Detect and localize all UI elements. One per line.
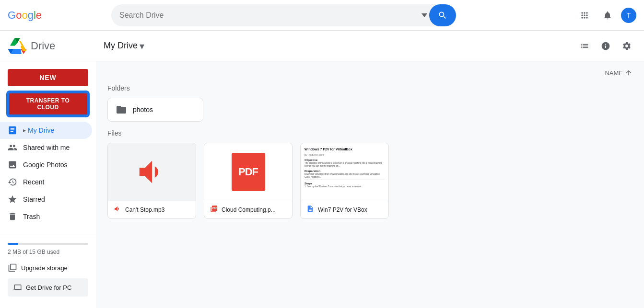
file-info: Can't Stop.mp3 (108, 201, 196, 218)
drive-title: Drive (31, 40, 55, 52)
files-section-title: Files (107, 129, 632, 137)
file-card-doc[interactable]: Windows 7 P2V for VirtualBox By Plagued'… (300, 143, 389, 219)
folder-name: photos (133, 106, 153, 114)
upgrade-storage-button[interactable]: Upgrade storage (8, 261, 88, 274)
file-info-pdf: Cloud Computing.p... (204, 201, 292, 218)
file-card-audio[interactable]: Can't Stop.mp3 (107, 143, 196, 219)
sidebar-label-photos: Google Photos (23, 161, 68, 169)
file-preview-pdf: PDF (204, 143, 292, 201)
files-section: Files Can't Stop.mp3 (107, 129, 632, 219)
sort-label[interactable]: NAME (605, 69, 632, 77)
sidebar: NEW TRANSFER TO CLOUD ▸ My Drive (0, 61, 96, 308)
google-logo: Google (8, 10, 43, 21)
apps-button[interactable] (575, 6, 594, 25)
chevron-down-icon[interactable]: ▾ (140, 40, 144, 52)
trash-icon (8, 212, 17, 221)
folders-section-title: Folders (107, 84, 632, 92)
file-preview-audio (108, 143, 196, 201)
get-drive-label: Get Drive for PC (26, 284, 71, 291)
sidebar-label-trash: Trash (23, 213, 40, 220)
sidebar-item-my-drive[interactable]: ▸ My Drive (0, 122, 92, 139)
search-input[interactable] (116, 11, 420, 20)
pdf-file-icon (210, 205, 218, 215)
doc-file-icon (306, 205, 314, 215)
sidebar-item-starred[interactable]: Starred (0, 191, 92, 208)
transfer-to-cloud-button[interactable]: TRANSFER TO CLOUD (8, 92, 88, 116)
folder-icon (116, 104, 127, 115)
sidebar-nav: ▸ My Drive Shared with me (0, 122, 96, 225)
breadcrumb-title: My Drive (104, 41, 138, 51)
list-view-button[interactable] (575, 36, 594, 56)
folders-section: Folders photos (107, 84, 632, 122)
storage-bar (8, 243, 88, 245)
sidebar-label-shared: Shared with me (23, 144, 70, 151)
get-drive-button[interactable]: Get Drive for PC (8, 278, 88, 297)
topbar: Google T (0, 0, 644, 31)
sidebar-top: NEW TRANSFER TO CLOUD ▸ My Drive (0, 65, 96, 227)
secondbar: Drive My Drive ▾ (0, 31, 644, 61)
settings-button[interactable] (617, 36, 636, 56)
my-drive-icon (8, 125, 17, 135)
sidebar-item-recent[interactable]: Recent (0, 173, 92, 191)
starred-icon (8, 194, 17, 204)
search-button[interactable] (429, 4, 456, 26)
avatar[interactable]: T (621, 8, 636, 23)
layout: NEW TRANSFER TO CLOUD ▸ My Drive (0, 61, 644, 308)
new-button[interactable]: NEW (8, 69, 88, 86)
files-grid: Can't Stop.mp3 PDF Cloud Computing.p... (107, 143, 632, 219)
drive-logo-area: Drive (8, 38, 104, 54)
sidebar-label-my-drive: My Drive (28, 126, 54, 134)
pdf-preview-icon: PDF (232, 153, 265, 191)
folder-item[interactable]: photos (107, 98, 203, 122)
search-container (111, 4, 457, 26)
storage-bar-fill (8, 243, 18, 245)
file-name-pdf: Cloud Computing.p... (222, 206, 276, 213)
audio-preview-icon (135, 155, 169, 189)
sidebar-item-trash[interactable]: Trash (0, 208, 92, 225)
breadcrumb: My Drive ▾ (104, 40, 144, 52)
info-button[interactable] (596, 36, 615, 56)
recent-icon (8, 177, 17, 187)
file-name-audio: Can't Stop.mp3 (125, 206, 164, 213)
sort-bar: NAME (107, 69, 632, 77)
file-info-doc: Win7 P2V for VBox (301, 201, 388, 218)
upgrade-label: Upgrade storage (21, 264, 68, 272)
sidebar-label-recent: Recent (23, 178, 44, 186)
photos-icon (8, 160, 17, 170)
search-dropdown-button[interactable] (420, 10, 429, 21)
topbar-right: T (575, 6, 636, 25)
chevron-right-icon: ▸ (23, 127, 26, 134)
audio-file-icon (114, 205, 121, 215)
storage-text: 2 MB of 15 GB used (8, 249, 88, 255)
drive-icon (8, 38, 27, 54)
file-card-pdf[interactable]: PDF Cloud Computing.p... (204, 143, 293, 219)
shared-icon (8, 143, 17, 152)
doc-preview-content: Windows 7 P2V for VirtualBox By Plagued'… (304, 147, 385, 197)
sidebar-bottom: 2 MB of 15 GB used Upgrade storage Get D… (0, 235, 96, 304)
file-name-doc: Win7 P2V for VBox (318, 206, 367, 213)
google-logo-area: Google (8, 10, 104, 21)
search-bar (111, 4, 457, 26)
secondbar-right (575, 36, 636, 56)
notifications-button[interactable] (598, 6, 617, 25)
sidebar-item-shared[interactable]: Shared with me (0, 139, 92, 156)
file-preview-doc: Windows 7 P2V for VirtualBox By Plagued'… (301, 143, 388, 201)
main-content: NAME Folders photos Files (96, 61, 644, 308)
sidebar-label-starred: Starred (23, 195, 45, 203)
sidebar-item-photos[interactable]: Google Photos (0, 156, 92, 173)
